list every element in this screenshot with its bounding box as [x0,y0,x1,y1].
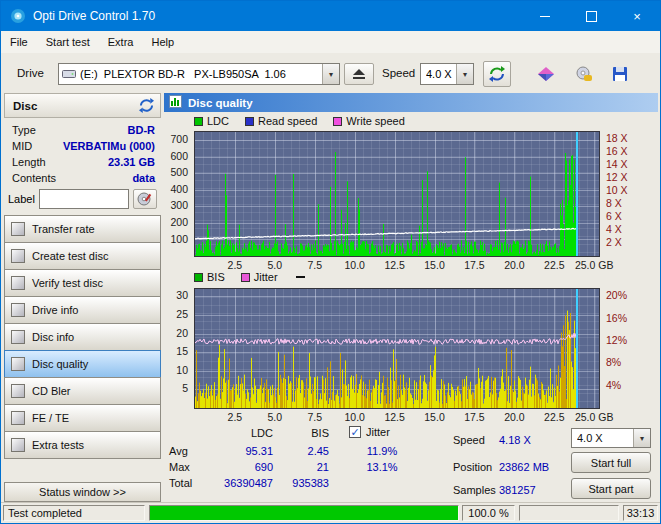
start-part-button[interactable]: Start part [571,478,651,499]
sidebar-item-fe-te[interactable]: FE / TE [4,404,161,432]
progress-percent: 100.0 % [462,505,515,521]
verify-test-disc-icon [11,276,25,290]
label-input[interactable] [39,189,129,209]
sidebar-item-drive-info[interactable]: Drive info [4,296,161,324]
drive-icon [62,68,76,81]
close-button[interactable]: × [614,1,660,31]
axis-tick: 100 [170,233,188,245]
total-row-label: Total [169,477,192,489]
avg-jitter-value: 11.9% [349,445,415,457]
sidebar-item-extra-tests[interactable]: Extra tests [4,431,161,459]
bottom-chart-y-left-axis: 30252015105 [159,288,191,409]
axis-tick: 10 X [606,184,628,196]
progress-bar [149,505,459,521]
fe-te-icon [11,411,25,425]
refresh-speeds-button[interactable] [483,61,511,87]
drive-select[interactable]: (E:) PLEXTOR BD-R PX-LB950SA 1.06 ▾ [58,63,340,85]
sidebar-item-transfer-rate[interactable]: Transfer rate [4,215,161,243]
legend-read-speed: Read speed [245,115,317,127]
axis-tick: 4 X [606,223,622,235]
sidebar-item-create-test-disc[interactable]: Create test disc [4,242,161,270]
axis-tick: 10.0 [344,411,364,423]
jitter-checkbox[interactable]: ✓ [349,426,361,438]
app-icon [10,8,26,24]
status-window-button[interactable]: Status window >> [4,482,161,502]
menu-help[interactable]: Help [142,32,183,52]
axis-tick: 20.0 [504,411,524,423]
axis-tick: 16% [606,312,627,324]
mid-label: MID [12,140,32,152]
axis-tick: 22.5 [544,259,564,271]
axis-tick: 17.5 [464,411,484,423]
axis-tick: 8 X [606,197,622,209]
axis-tick: 10.0 [344,259,364,271]
cd-bler-icon [11,384,25,398]
sidebar-item-label: Transfer rate [32,223,95,235]
disc-info-list: TypeBD-RMIDVERBATIMu (000)Length23.31 GB… [4,122,161,186]
axis-tick: 16 X [606,145,628,157]
legend-label: Write speed [346,115,405,127]
minimize-icon [540,16,550,17]
legend-swatch-read-speed [245,117,254,126]
start-full-button[interactable]: Start full [571,452,651,473]
legend-swatch-bis [194,273,203,282]
ldc-column-header: LDC [201,427,273,439]
maximize-button[interactable] [568,1,614,31]
disc-hand-icon [575,66,593,82]
drive-select-value: (E:) PLEXTOR BD-R PX-LB950SA 1.06 [80,68,286,80]
axis-tick: 25.0 GB [575,259,614,271]
axis-tick: 15.0 [424,411,444,423]
axis-tick: 20% [606,289,627,301]
chart-icon [169,95,182,110]
axis-tick: 200 [170,216,188,228]
result-speed-label: Speed [453,434,485,446]
disc-section-header: Disc [4,93,161,118]
result-speed-value: 4.18 X [499,434,531,446]
sidebar-item-verify-test-disc[interactable]: Verify test disc [4,269,161,297]
sidebar-item-label: Verify test disc [32,277,103,289]
total-ldc-value: 36390487 [201,477,273,489]
bottom-chart-legend: BISJitter [194,270,305,284]
axis-tick: 4% [606,379,621,391]
sidebar-item-cd-bler[interactable]: CD Bler [4,377,161,405]
status-text: Test completed [3,505,145,521]
sidebar-item-label: Disc quality [32,358,88,370]
status-spacer [519,505,619,521]
refresh-disc-button[interactable] [136,96,156,116]
top-chart-legend: LDCRead speedWrite speed [194,114,405,128]
eject-button[interactable] [344,63,374,85]
speed-select[interactable]: 4.0 X ▾ [420,63,474,85]
bottom-chart-x-axis: 2.55.07.510.012.515.017.520.022.525.0 GB [195,411,599,423]
sidebar-item-disc-quality[interactable]: Disc quality [4,350,161,378]
floppy-icon [612,66,628,82]
menu-extra[interactable]: Extra [99,32,143,52]
speed-select-value: 4.0 X [426,68,452,80]
sidebar-item-label: Create test disc [32,250,108,262]
sidebar-item-label: FE / TE [32,412,69,424]
save-button[interactable] [607,62,633,86]
disc-tools-button[interactable] [570,62,598,86]
menu-start-test[interactable]: Start test [37,32,99,52]
title-bar[interactable]: Opti Drive Control 1.70 × [1,1,660,31]
sidebar-item-disc-info[interactable]: Disc info [4,323,161,351]
total-bis-value: 935383 [281,477,329,489]
axis-tick: 15.0 [424,259,444,271]
axis-tick: 14 X [606,158,628,170]
axis-tick: 8% [606,356,621,368]
bottom-chart-y-right-axis: 20%16%12%8%4% [602,288,647,409]
length-label: Length [12,156,46,168]
test-speed-select-value: 4.0 X [577,432,603,444]
menu-file[interactable]: File [1,32,37,52]
extra-tests-icon [11,438,25,452]
position-value: 23862 MB [499,461,549,473]
disc-section-title: Disc [13,100,37,112]
bis-jitter-chart-canvas [195,289,599,408]
edit-label-button[interactable] [133,189,157,209]
length-value: 23.31 GB [108,156,155,168]
avg-bis-value: 2.45 [281,445,329,457]
minimize-button[interactable] [522,1,568,31]
test-speed-select[interactable]: 4.0 X ▾ [571,428,651,448]
disc-info-mid: MIDVERBATIMu (000) [4,138,161,154]
axis-tick: 700 [170,133,188,145]
erase-disc-button[interactable] [532,62,560,86]
